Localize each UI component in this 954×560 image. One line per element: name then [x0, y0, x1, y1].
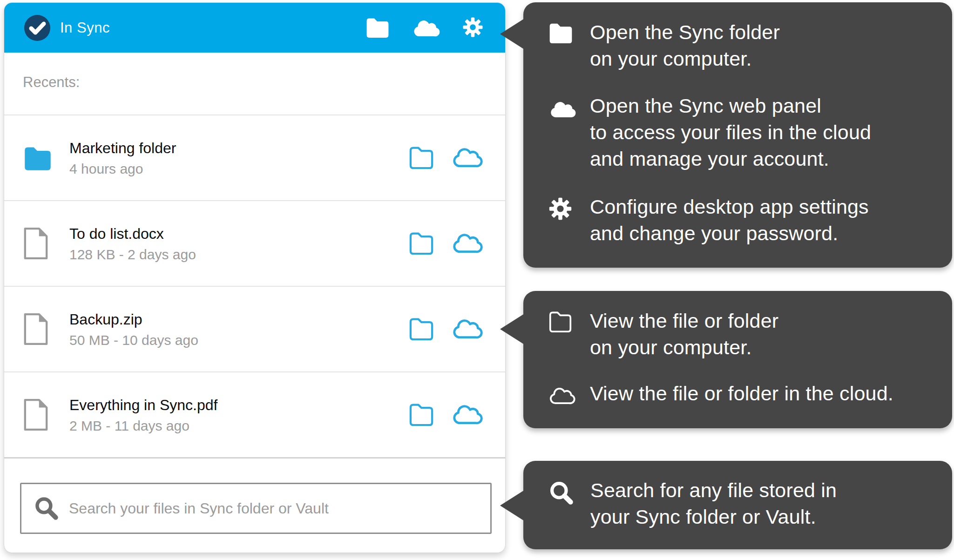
- file-info: Everything in Sync.pdf 2 MB - 11 days ag…: [69, 396, 408, 434]
- tooltip-search: Search for any file stored in your Sync …: [523, 461, 952, 549]
- recents-label: Recents:: [4, 53, 505, 115]
- view-in-cloud-button[interactable]: [451, 403, 483, 426]
- file-row-backup-zip[interactable]: Backup.zip 50 MB - 10 days ago: [4, 286, 505, 371]
- tooltip-item-view-on-computer: View the file or folder on your computer…: [548, 308, 941, 361]
- tooltip-item-view-in-cloud: View the file or folder in the cloud.: [548, 380, 941, 407]
- file-meta: 128 KB - 2 days ago: [69, 247, 408, 263]
- tooltip-arrow: [500, 314, 524, 344]
- folder-outline-icon: [408, 317, 434, 342]
- folder-outline-icon: [408, 146, 434, 170]
- search-input[interactable]: [68, 499, 481, 518]
- tooltip-arrow: [500, 19, 524, 49]
- tooltip-text: Configure desktop app settings and chang…: [590, 194, 869, 247]
- tooltip-item-settings: Configure desktop app settings and chang…: [548, 194, 936, 247]
- file-info: Marketing folder 4 hours ago: [69, 139, 408, 177]
- tooltip-header-actions: Open the Sync folder on your computer. O…: [523, 2, 952, 268]
- search-icon: [548, 480, 590, 506]
- cloud-outline-icon: [451, 403, 483, 426]
- view-in-cloud-button[interactable]: [451, 146, 483, 169]
- file-name: Marketing folder: [69, 139, 408, 157]
- view-on-computer-button[interactable]: [408, 146, 434, 170]
- header-actions: [365, 16, 505, 40]
- document-icon: [23, 312, 59, 346]
- tooltip-text: Search for any file stored in your Sync …: [590, 477, 837, 530]
- tooltip-item-open-folder: Open the Sync folder on your computer.: [548, 19, 936, 72]
- file-info: Backup.zip 50 MB - 10 days ago: [69, 310, 408, 348]
- recent-files-list: Marketing folder 4 hours ago: [4, 115, 505, 459]
- sync-app-panel: In Sync: [4, 2, 506, 553]
- tooltip-text: View the file or folder in the cloud.: [590, 380, 893, 407]
- tooltip-item-open-web-panel: Open the Sync web panel to access your f…: [548, 93, 936, 172]
- view-on-computer-button[interactable]: [408, 317, 434, 342]
- file-row-actions: [408, 403, 483, 427]
- app-title: In Sync: [60, 20, 110, 36]
- tooltip-arrow: [500, 490, 524, 521]
- cloud-outline-icon: [451, 232, 483, 255]
- screenshot-root: In Sync: [0, 0, 954, 560]
- view-on-computer-button[interactable]: [408, 231, 434, 256]
- gear-icon: [462, 16, 484, 40]
- file-row-actions: [408, 317, 483, 342]
- folder-icon: [23, 145, 59, 171]
- file-row-everything-in-sync[interactable]: Everything in Sync.pdf 2 MB - 11 days ag…: [4, 371, 505, 457]
- document-icon: [23, 398, 59, 432]
- settings-button[interactable]: [462, 16, 484, 40]
- file-row-todo-list[interactable]: To do list.docx 128 KB - 2 days ago: [4, 200, 505, 286]
- tooltip-item-search: Search for any file stored in your Sync …: [548, 477, 943, 530]
- tooltip-row-actions: View the file or folder on your computer…: [523, 291, 952, 428]
- cloud-icon: [411, 17, 441, 39]
- folder-icon: [365, 17, 390, 39]
- file-row-actions: [408, 231, 483, 256]
- file-name: Backup.zip: [69, 310, 408, 328]
- in-sync-check-icon: [24, 14, 51, 41]
- document-icon: [23, 227, 59, 260]
- tooltip-text: View the file or folder on your computer…: [590, 308, 778, 361]
- file-name: Everything in Sync.pdf: [69, 396, 408, 414]
- tooltip-text: Open the Sync folder on your computer.: [590, 19, 780, 72]
- view-in-cloud-button[interactable]: [451, 232, 483, 255]
- cloud-outline-icon: [451, 317, 483, 341]
- search-icon: [34, 495, 60, 521]
- folder-outline-icon: [548, 310, 590, 332]
- open-sync-folder-button[interactable]: [365, 17, 390, 39]
- app-header: In Sync: [4, 3, 505, 53]
- file-row-actions: [408, 146, 483, 170]
- tooltip-text: Open the Sync web panel to access your f…: [590, 93, 871, 172]
- folder-outline-icon: [408, 403, 434, 427]
- cloud-outline-icon: [548, 386, 590, 405]
- file-meta: 4 hours ago: [69, 161, 408, 177]
- gear-icon: [548, 196, 590, 221]
- file-row-marketing-folder[interactable]: Marketing folder 4 hours ago: [4, 115, 505, 200]
- file-info: To do list.docx 128 KB - 2 days ago: [69, 225, 408, 263]
- file-meta: 2 MB - 11 days ago: [69, 418, 408, 434]
- file-meta: 50 MB - 10 days ago: [69, 332, 408, 348]
- view-on-computer-button[interactable]: [408, 403, 434, 427]
- file-name: To do list.docx: [69, 225, 408, 243]
- folder-outline-icon: [408, 231, 434, 256]
- folder-icon: [548, 22, 590, 43]
- cloud-icon: [548, 98, 590, 118]
- view-in-cloud-button[interactable]: [451, 317, 483, 341]
- cloud-outline-icon: [451, 146, 483, 169]
- search-box: [20, 483, 492, 534]
- open-web-panel-button[interactable]: [411, 17, 441, 39]
